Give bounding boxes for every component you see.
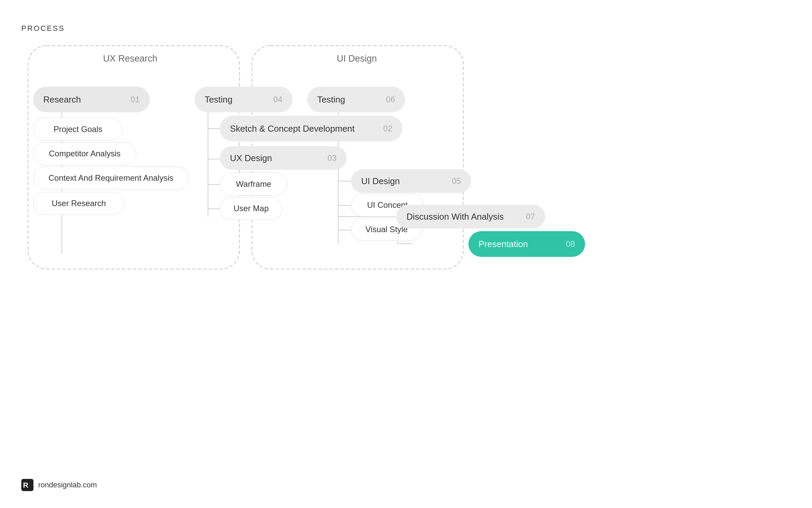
node-presentation-num: 08 <box>566 239 575 249</box>
node-research-num: 01 <box>131 95 140 104</box>
node-ux-design-num: 03 <box>327 153 337 163</box>
node-testing-06-label: Testing <box>317 94 345 105</box>
node-user-map-label: User Map <box>233 204 269 213</box>
node-testing-04: Testing 04 <box>194 87 293 112</box>
node-sketch: Sketch & Concept Development 02 <box>220 116 402 141</box>
node-ui-design-05-label: UI Design <box>361 176 400 186</box>
node-presentation: Presentation 08 <box>468 231 585 257</box>
node-research-label: Research <box>43 94 81 105</box>
svg-text:R: R <box>23 481 28 489</box>
node-testing-04-num: 04 <box>273 95 282 104</box>
node-presentation-label: Presentation <box>479 239 528 249</box>
node-sketch-label: Sketch & Concept Development <box>230 124 355 134</box>
node-ux-design-label: UX Design <box>230 153 272 163</box>
node-user-research: User Research <box>33 192 124 215</box>
node-context-analysis: Context And Requirement Analysis <box>33 167 189 190</box>
node-sketch-num: 02 <box>383 124 392 133</box>
node-research: Research 01 <box>33 87 150 112</box>
node-project-goals-label: Project Goals <box>53 125 102 134</box>
footer: R rondesignlab.com <box>21 479 97 491</box>
node-user-research-label: User Research <box>52 199 106 208</box>
svg-text:UX Research: UX Research <box>103 53 158 64</box>
node-project-goals: Project Goals <box>33 118 123 141</box>
node-competitor-analysis: Competitor Analysis <box>33 142 136 165</box>
node-discussion-num: 07 <box>526 212 535 221</box>
footer-url: rondesignlab.com <box>38 481 97 489</box>
node-ui-design-05: UI Design 05 <box>351 169 471 193</box>
svg-text:UI Design: UI Design <box>337 53 377 64</box>
node-competitor-analysis-label: Competitor Analysis <box>49 149 120 158</box>
footer-logo-icon: R <box>21 479 33 491</box>
node-discussion: Discussion With Analysis 07 <box>396 205 545 228</box>
node-warframe: Warframe <box>220 173 287 196</box>
node-user-map: User Map <box>220 197 282 220</box>
node-ux-design: UX Design 03 <box>220 146 347 170</box>
node-ui-design-05-num: 05 <box>452 176 461 186</box>
node-testing-06-num: 06 <box>386 95 395 104</box>
node-testing-04-label: Testing <box>205 94 232 105</box>
node-testing-06: Testing 06 <box>307 87 405 112</box>
page-title: PROCESS <box>21 24 65 33</box>
node-discussion-label: Discussion With Analysis <box>407 212 504 222</box>
node-context-analysis-label: Context And Requirement Analysis <box>48 173 173 183</box>
node-warframe-label: Warframe <box>236 179 271 189</box>
